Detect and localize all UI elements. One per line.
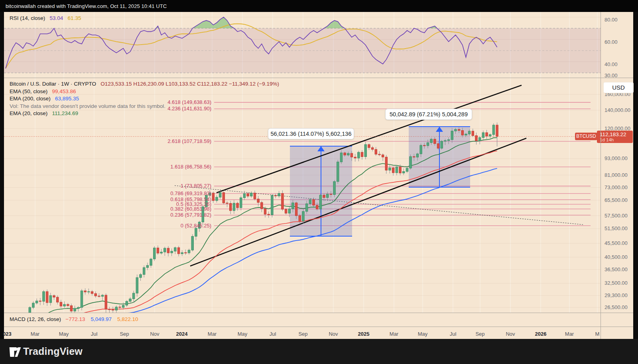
price-tick-label[interactable]: 65,500.00	[605, 197, 628, 203]
time-tick-label[interactable]: 2024	[170, 331, 194, 337]
time-tick-label[interactable]: Sep	[112, 331, 136, 337]
rsi-legend[interactable]: RSI (14, close) 53.04 61.35	[10, 15, 81, 21]
footer-bar: TradingView	[0, 339, 638, 364]
time-tick-label[interactable]: Jul	[82, 331, 106, 337]
tradingview-logo-icon	[9, 346, 22, 358]
time-tick-label[interactable]: May	[411, 331, 435, 337]
ema20-label: EMA (20, close)	[10, 110, 47, 116]
tradingview-wordmark: TradingView	[23, 346, 83, 357]
rsi-ma-value: 61.35	[68, 15, 81, 21]
last-price-tag: 112,183.22 1d 14h	[597, 131, 633, 143]
ema50-label: EMA (50, close)	[10, 88, 47, 94]
ohlc-values: O123,533.15 H126,230.09 L103,133.52 C112…	[100, 81, 279, 87]
time-tick-label[interactable]: Nov	[321, 331, 345, 337]
symbol-price-label: BTCUSD	[575, 133, 597, 140]
bar-countdown: 1d 14h	[600, 137, 633, 142]
price-tick-label[interactable]: 45,500.00	[605, 240, 628, 246]
time-tick-label[interactable]: 2025	[352, 331, 376, 337]
fib-level-label: 0.786 (69,319.83)	[124, 190, 211, 196]
last-price-value: 112,183.22	[600, 131, 633, 137]
price-tick-label[interactable]: 26,500.00	[605, 304, 628, 310]
rsi-tick-label[interactable]: 60.00	[605, 39, 618, 45]
macd-values: −772.135,049.975,822.10	[65, 316, 144, 322]
attribution-bar: bitcoinwallah created with TradingView.c…	[0, 0, 638, 12]
price-tick-label[interactable]: 29,300.00	[605, 292, 628, 298]
time-tick-label[interactable]: 2026	[529, 331, 553, 337]
rsi-tick-label[interactable]: 80.00	[605, 17, 618, 23]
macd-value: 5,822.10	[117, 316, 138, 322]
time-tick-label[interactable]: Sep	[291, 331, 315, 337]
time-tick-label[interactable]: Nov	[498, 331, 522, 337]
price-tick-label[interactable]: 93,000.00	[605, 155, 628, 161]
rsi-plot[interactable]	[4, 12, 601, 78]
ema200-row[interactable]: EMA (200, close) 63,895.35	[10, 95, 279, 103]
ema200-label: EMA (200, close)	[10, 96, 51, 102]
price-tick-label[interactable]: 36,500.00	[605, 266, 628, 272]
currency-toggle-button[interactable]: USD	[603, 82, 634, 93]
rsi-legend-label: RSI (14, close)	[10, 15, 45, 21]
macd-legend[interactable]: MACD (12, 26, close) −772.135,049.975,82…	[10, 316, 144, 322]
macd-value: −772.13	[65, 316, 85, 322]
main-legend[interactable]: Bitcoin / U.S. Dollar · 1W · CRYPTO O123…	[10, 80, 279, 117]
price-tick-label[interactable]: 73,000.00	[605, 184, 628, 190]
price-scale-separator[interactable]	[601, 12, 601, 339]
ema50-row[interactable]: EMA (50, close) 99,453.86	[10, 88, 279, 96]
chart-workspace: RSI (14, close) 53.04 61.35 80.0060.0040…	[4, 12, 633, 339]
time-tick-label[interactable]: M	[585, 331, 609, 337]
time-tick-label[interactable]: Nov	[143, 331, 167, 337]
rsi-tick-label[interactable]: 30.00	[605, 72, 618, 78]
time-axis[interactable]: 023MarMayJulSepNov2024MarMayJulSepNov202…	[4, 327, 633, 339]
fib-level-label: 2.618 (107,718.59)	[124, 138, 211, 144]
volume-row[interactable]: Vol: The data vendor doesn't provide vol…	[10, 103, 279, 110]
attribution-text: bitcoinwallah created with TradingView.c…	[6, 3, 167, 9]
macd-label: MACD (12, 26, close)	[10, 316, 61, 322]
fib-level-label: 0 (52,845.25)	[124, 223, 211, 229]
price-tick-label[interactable]: 140,000.00	[605, 107, 630, 113]
measurement-annotation[interactable]: 56,021.36 (114.07%) 5,602,136	[268, 128, 354, 139]
price-tick-label[interactable]: 81,000.00	[605, 172, 628, 178]
rsi-value: 53.04	[50, 15, 63, 21]
ema200-value: 63,895.35	[55, 96, 79, 102]
time-tick-label[interactable]: Jul	[261, 331, 285, 337]
price-tick-label[interactable]: 32,500.00	[605, 280, 628, 286]
time-tick-label[interactable]: Mar	[557, 331, 581, 337]
symbol-title: Bitcoin / U.S. Dollar · 1W · CRYPTO	[10, 81, 96, 87]
fib-level-label: 0.236 (57,791.82)	[124, 212, 211, 218]
price-tick-label[interactable]: 51,500.00	[605, 225, 628, 231]
price-tick-label[interactable]: 40,500.00	[605, 254, 628, 260]
time-tick-label[interactable]: May	[52, 331, 76, 337]
rsi-pane[interactable]: RSI (14, close) 53.04 61.35 80.0060.0040…	[4, 12, 633, 78]
time-tick-label[interactable]: Mar	[200, 331, 224, 337]
rsi-tick-label[interactable]: 40.00	[605, 61, 618, 67]
price-tick-label[interactable]: 57,500.00	[605, 213, 628, 219]
ema50-value: 99,453.86	[52, 88, 76, 94]
ema20-value: 111,234.69	[52, 110, 79, 116]
time-tick-label[interactable]: Sep	[468, 331, 492, 337]
time-tick-label[interactable]: Jul	[441, 331, 465, 337]
time-tick-label[interactable]: 023	[0, 331, 19, 337]
symbol-row[interactable]: Bitcoin / U.S. Dollar · 1W · CRYPTO O123…	[10, 80, 279, 88]
time-tick-label[interactable]: Mar	[23, 331, 47, 337]
fib-level-label: 1 (73,805.27)	[124, 183, 211, 189]
volume-note: Vol: The data vendor doesn't provide vol…	[10, 103, 165, 109]
fib-level-label: 1.618 (86,758.56)	[124, 164, 211, 170]
macd-pane[interactable]: MACD (12, 26, close) −772.135,049.975,82…	[4, 313, 633, 327]
fib-level-label: 0.382 (60,851.98)	[124, 206, 211, 212]
main-price-pane[interactable]: Bitcoin / U.S. Dollar · 1W · CRYPTO O123…	[4, 78, 633, 313]
macd-value: 5,049.97	[91, 316, 112, 322]
measurement-annotation[interactable]: 50,042.89 (67.21%) 5,004,289	[385, 109, 472, 120]
time-tick-label[interactable]: Mar	[382, 331, 406, 337]
time-tick-label[interactable]: May	[230, 331, 254, 337]
ema20-row[interactable]: EMA (20, close) 111,234.69	[10, 110, 279, 117]
